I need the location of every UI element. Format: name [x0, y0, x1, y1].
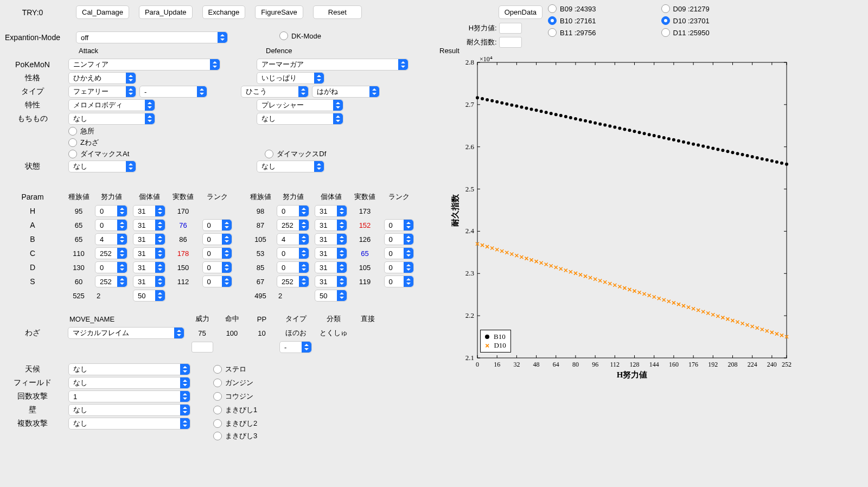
multi-select[interactable]: なし — [68, 418, 190, 430]
move-name-select[interactable]: マジカルフレイム — [68, 327, 184, 339]
def-B-iv-select[interactable]: 31 — [315, 233, 347, 245]
defence-type2-select[interactable]: はがね — [312, 86, 380, 98]
move-power-hdr: 威力 — [187, 314, 217, 324]
svg-point-138 — [765, 158, 769, 162]
atk-C-iv-select[interactable]: 31 — [133, 247, 165, 259]
idx-input[interactable] — [499, 37, 522, 48]
def-S-iv-select[interactable]: 31 — [315, 275, 347, 287]
def-D-rank-select[interactable]: 0 — [384, 261, 414, 273]
svg-point-109 — [623, 127, 626, 131]
atk-A-base: 65 — [65, 221, 92, 229]
maki1-radio[interactable]: まきびし1 — [213, 405, 257, 415]
atk-B-ev-select[interactable]: 4 — [95, 233, 127, 245]
def-A-rank-select[interactable]: 0 — [384, 219, 414, 231]
expantion-mode-select[interactable]: off — [76, 31, 228, 43]
atk-A-rank-select[interactable]: 0 — [202, 219, 232, 231]
svg-point-135 — [751, 155, 754, 158]
atk-D-rank-select[interactable]: 0 — [202, 261, 232, 273]
crit-radio[interactable]: 急所 — [68, 126, 94, 136]
maki3-radio[interactable]: まきびし3 — [213, 431, 257, 441]
def-level-select[interactable]: 50 — [315, 290, 347, 302]
wall-select[interactable]: なし — [68, 404, 190, 416]
hev-input[interactable] — [499, 23, 522, 34]
radio-b09[interactable]: B09 :24393 — [548, 4, 596, 13]
radio-d10[interactable]: D10 :23701 — [661, 16, 710, 25]
defence-pokemon-select[interactable]: アーマーガア — [257, 59, 409, 71]
weather-select[interactable]: なし — [68, 363, 190, 375]
defence-type1-select[interactable]: ひこう — [241, 86, 309, 98]
cal-damage-button[interactable]: Cal_Damage — [76, 5, 129, 19]
atk-level-select[interactable]: 50 — [133, 290, 165, 302]
svg-text:16: 16 — [494, 361, 500, 368]
svg-point-123 — [692, 143, 695, 146]
def-C-rank-select[interactable]: 0 — [384, 247, 414, 259]
def-H-iv-select[interactable]: 31 — [315, 205, 347, 217]
attack-status-select[interactable]: なし — [68, 161, 136, 172]
attack-ability-select[interactable]: メロメロボディ — [68, 99, 155, 111]
def-S-rank-select[interactable]: 0 — [384, 275, 414, 287]
radio-d11[interactable]: D11 :25950 — [661, 28, 710, 37]
atk-D-ev-select[interactable]: 0 — [95, 261, 127, 273]
def-A-iv-select[interactable]: 31 — [315, 219, 347, 231]
radio-b11[interactable]: B11 :29756 — [548, 28, 596, 37]
def-C-ev-select[interactable]: 0 — [277, 247, 309, 259]
maki2-radio[interactable]: まきびし2 — [213, 419, 257, 428]
move-extra-select[interactable]: - — [279, 341, 312, 353]
attack-item-select[interactable]: なし — [68, 113, 155, 125]
reset-button[interactable]: Reset — [313, 5, 362, 19]
para-update-button[interactable]: Para_Update — [139, 5, 193, 19]
idx-label: 耐久指数: — [467, 37, 497, 47]
atk-C-base: 110 — [65, 249, 92, 258]
defence-ability-select[interactable]: プレッシャー — [257, 99, 343, 111]
def-S-real: 119 — [350, 278, 380, 286]
defence-nature-select[interactable]: いじっぱり — [257, 72, 324, 84]
zmove-radio[interactable]: Zわざ — [68, 138, 99, 148]
atk-B-rank-select[interactable]: 0 — [202, 233, 232, 245]
atk-H-ev-select[interactable]: 0 — [95, 205, 127, 217]
attack-pokemon-select[interactable]: ニンフィア — [68, 59, 220, 71]
stero-radio[interactable]: ステロ — [213, 364, 246, 374]
exchange-button[interactable]: Exchange — [202, 5, 246, 19]
defence-status-select[interactable]: なし — [257, 161, 324, 172]
atk-S-ev-select[interactable]: 252 — [95, 275, 127, 287]
ganjin-radio[interactable]: ガンジン — [213, 378, 253, 388]
dk-mode-radio[interactable]: DK-Mode — [279, 31, 321, 40]
field-select[interactable]: なし — [68, 377, 190, 389]
attack-type2-select[interactable]: - — [139, 86, 207, 98]
defence-item-select[interactable]: なし — [257, 113, 343, 125]
atk-A-ev-select[interactable]: 0 — [95, 219, 127, 231]
def-D-ev-select[interactable]: 0 — [277, 261, 309, 273]
atk-S-iv-select[interactable]: 31 — [133, 275, 165, 287]
def-C-iv-select[interactable]: 31 — [315, 247, 347, 259]
status-label: 状態 — [0, 162, 65, 171]
hits-select[interactable]: 1 — [68, 390, 190, 402]
figure-save-button[interactable]: FigureSave — [255, 5, 303, 19]
atk-C-ev-select[interactable]: 252 — [95, 247, 127, 259]
def-B-rank-select[interactable]: 0 — [384, 233, 414, 245]
svg-point-81 — [486, 98, 489, 101]
koujin-radio[interactable]: コウジン — [213, 392, 253, 401]
def-A-ev-select[interactable]: 252 — [277, 219, 309, 231]
atk-A-iv-select[interactable]: 31 — [133, 219, 165, 231]
def-D-iv-select[interactable]: 31 — [315, 261, 347, 273]
move-power-input[interactable] — [192, 342, 213, 353]
atk-B-iv-select[interactable]: 31 — [133, 233, 165, 245]
def-S-ev-select[interactable]: 252 — [277, 275, 309, 287]
atk-S-rank-select[interactable]: 0 — [202, 275, 232, 287]
dmax-df-radio[interactable]: ダイマックスDf — [265, 149, 326, 159]
dmax-at-radio[interactable]: ダイマックスAt — [68, 149, 129, 159]
svg-text:64: 64 — [553, 361, 559, 368]
def-H-ev-select[interactable]: 0 — [277, 205, 309, 217]
atk-H-iv-select[interactable]: 31 — [133, 205, 165, 217]
def-A-real: 152 — [350, 221, 380, 229]
move-pp-val: 10 — [247, 329, 277, 337]
radio-b10[interactable]: B10 :27161 — [548, 16, 596, 25]
def-B-ev-select[interactable]: 4 — [277, 233, 309, 245]
attack-nature-select[interactable]: ひかえめ — [68, 72, 136, 84]
open-data-button[interactable]: OpenData — [499, 5, 542, 19]
radio-d09[interactable]: D09 :21279 — [661, 4, 710, 13]
atk-C-rank-select[interactable]: 0 — [202, 247, 232, 259]
atk-D-iv-select[interactable]: 31 — [133, 261, 165, 273]
svg-point-89 — [525, 106, 528, 110]
attack-type1-select[interactable]: フェアリー — [68, 86, 136, 98]
